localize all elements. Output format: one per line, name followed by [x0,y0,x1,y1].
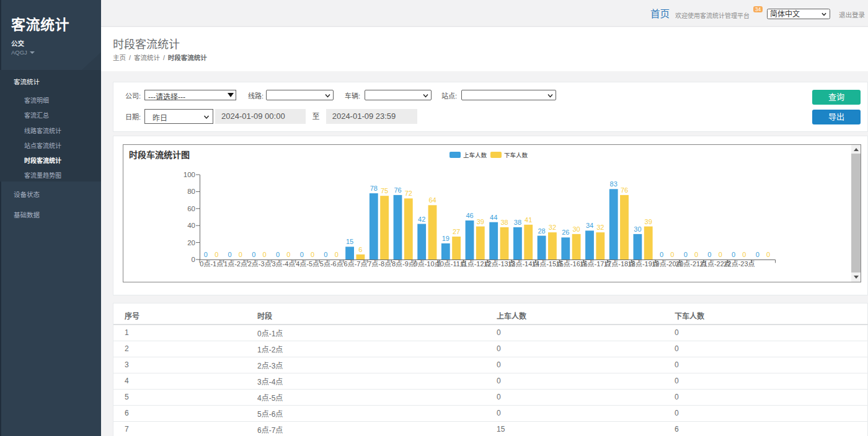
svg-text:39: 39 [477,218,484,225]
svg-text:0: 0 [215,251,218,258]
svg-text:0: 0 [719,251,722,258]
svg-text:0: 0 [239,251,242,258]
svg-text:41: 41 [525,216,532,224]
svg-text:2点-3点: 2点-3点 [248,260,272,268]
svg-text:28: 28 [538,227,545,235]
svg-text:76: 76 [394,186,401,194]
svg-text:3点-4点: 3点-4点 [272,260,295,268]
svg-text:38: 38 [500,219,508,226]
svg-text:0: 0 [707,251,711,258]
svg-text:83: 83 [610,180,618,188]
svg-text:32: 32 [596,224,604,231]
svg-text:64: 64 [428,196,436,204]
svg-text:0: 0 [204,251,208,258]
svg-text:100: 100 [184,171,195,178]
svg-text:26: 26 [562,229,569,236]
svg-text:19: 19 [442,235,450,242]
svg-text:0: 0 [660,251,663,258]
svg-text:38: 38 [514,219,521,226]
svg-text:30: 30 [634,225,641,233]
svg-text:80: 80 [187,188,195,195]
svg-text:0: 0 [300,251,304,258]
svg-text:78: 78 [370,185,378,192]
svg-text:0: 0 [276,251,280,258]
svg-text:5点-6点: 5点-6点 [320,260,343,268]
svg-text:4点-5点: 4点-5点 [296,260,319,268]
svg-text:39: 39 [645,218,652,225]
svg-text:7点-8点: 7点-8点 [368,260,391,268]
svg-text:22点-23点: 22点-23点 [724,260,755,268]
svg-text:27: 27 [453,228,460,235]
svg-text:6点-7点: 6点-7点 [344,260,368,268]
svg-text:15: 15 [346,238,353,245]
svg-text:1点-2点: 1点-2点 [224,260,247,268]
svg-text:下车人数: 下车人数 [504,152,528,159]
svg-text:0: 0 [192,256,195,263]
svg-text:0点-1点: 0点-1点 [200,260,223,268]
svg-text:0: 0 [670,251,674,258]
svg-text:40: 40 [187,222,195,229]
svg-text:76: 76 [621,186,628,194]
svg-text:32: 32 [549,224,556,231]
svg-text:34: 34 [586,222,593,229]
svg-text:6: 6 [358,246,362,253]
svg-text:72: 72 [405,190,412,197]
svg-text:60: 60 [187,205,195,212]
svg-text:0: 0 [263,251,267,258]
svg-text:0: 0 [684,251,688,258]
svg-text:0: 0 [742,251,746,258]
svg-text:0: 0 [324,251,327,258]
svg-text:8点-9点: 8点-9点 [392,260,415,268]
svg-text:75: 75 [381,187,388,194]
svg-text:30: 30 [572,225,580,233]
svg-text:0: 0 [694,251,698,258]
svg-text:0: 0 [228,251,232,258]
svg-text:上车人数: 上车人数 [463,152,487,159]
svg-text:42: 42 [418,216,425,223]
svg-text:46: 46 [466,212,473,219]
svg-text:0: 0 [311,251,314,258]
svg-text:0: 0 [335,251,339,258]
svg-text:44: 44 [490,214,497,221]
svg-text:0: 0 [756,251,760,258]
svg-text:0: 0 [732,251,735,258]
svg-text:20: 20 [187,239,195,246]
svg-text:0: 0 [766,251,770,258]
svg-text:0: 0 [286,251,290,258]
svg-text:0: 0 [252,251,255,258]
